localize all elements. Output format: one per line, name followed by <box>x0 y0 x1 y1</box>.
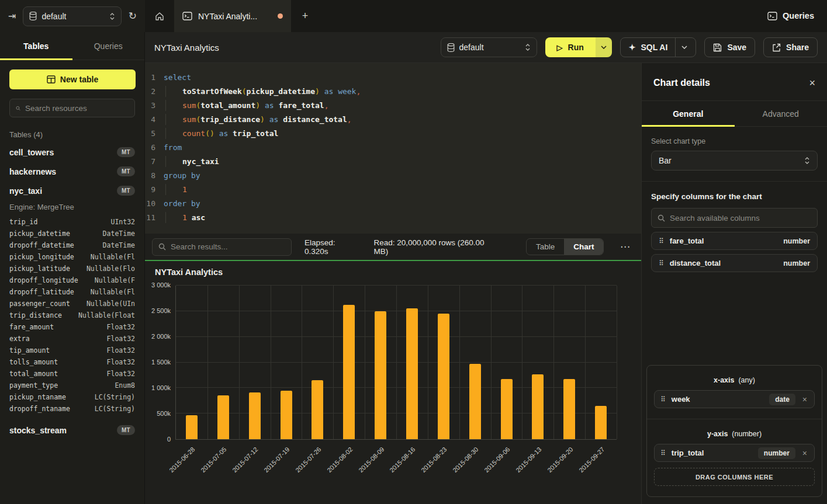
share-icon <box>772 43 781 52</box>
new-table-button[interactable]: New table <box>9 69 136 89</box>
top-bar-left: ⇥ default ↻ <box>0 0 145 32</box>
gridline <box>176 336 617 337</box>
line-number: 8 <box>145 171 164 180</box>
column-row: pickup_longitudeNullable(Fl <box>9 251 135 263</box>
save-button[interactable]: Save <box>704 37 755 57</box>
column-chip-name: distance_total <box>670 259 721 267</box>
code-text: group by <box>164 171 200 180</box>
sql-ai-options-button[interactable] <box>675 38 687 57</box>
table-row-stocks-stream[interactable]: stocks_stream MT <box>0 420 144 440</box>
sql-code-lines: 1select2toStartOfWeek(pickup_datetime) a… <box>145 70 641 224</box>
search-icon <box>158 243 166 251</box>
run-button[interactable]: ▷ Run <box>545 37 596 57</box>
sidebar-tab-queries-label: Queries <box>94 41 123 51</box>
run-button-label: Run <box>568 43 584 52</box>
chart-bar <box>469 364 481 439</box>
x-axis-chip-type: date <box>769 394 795 405</box>
query-actions: default ▷ Run ✦ SQL AI <box>441 37 818 57</box>
close-panel-button[interactable]: × <box>809 78 815 88</box>
chart-section: NYTaxi Analytics 3 000k2 500k2 000k1 500… <box>145 261 641 504</box>
chart-type-label: Select chart type <box>651 137 818 145</box>
column-chip[interactable]: ⠿fare_totalnumber <box>651 232 818 250</box>
sql-ai-label: SQL AI <box>641 43 667 52</box>
query-database-selector[interactable]: default <box>441 37 537 57</box>
code-text: order by <box>164 199 200 208</box>
y-axis-chip-type: number <box>758 447 795 459</box>
columns-search-input[interactable] <box>670 214 811 223</box>
remove-x-axis-column-button[interactable]: × <box>801 395 808 404</box>
sql-ai-button[interactable]: ✦ SQL AI <box>620 37 697 57</box>
drag-handle-icon[interactable]: ⠿ <box>659 238 664 245</box>
code-text: nyc_taxi <box>164 157 219 166</box>
columns-search <box>651 208 818 228</box>
column-row: dropoff_latitudeNullable(Fl <box>9 286 135 298</box>
query-tab[interactable]: NYTaxi Analyti... <box>174 0 291 32</box>
drag-columns-dropzone[interactable]: DRAG COLUMNS HERE <box>654 468 815 486</box>
y-axis-qualifier: (number) <box>732 430 762 438</box>
chart-bar <box>375 311 386 439</box>
query-database-value: default <box>459 43 484 52</box>
results-menu-button[interactable]: ⋯ <box>617 241 634 253</box>
tab-general[interactable]: General <box>642 101 735 126</box>
y-axis-section: y-axis (number) ⠿ trip_total number × DR… <box>647 419 822 496</box>
gridline <box>396 286 397 439</box>
code-text: select <box>164 73 191 82</box>
run-options-button[interactable] <box>596 37 612 57</box>
editor-column: 1select2toStartOfWeek(pickup_datetime) a… <box>145 63 641 504</box>
chart-type-section: Select chart type Bar <box>642 127 827 181</box>
table-name: hackernews <box>9 167 56 176</box>
y-axis-chip[interactable]: ⠿ trip_total number × <box>654 444 815 462</box>
code-text: count() as trip_total <box>164 129 278 138</box>
share-button[interactable]: Share <box>763 37 818 57</box>
column-row: tip_amountFloat32 <box>9 345 135 356</box>
drag-handle-icon[interactable]: ⠿ <box>660 450 666 457</box>
remove-y-axis-column-button[interactable]: × <box>801 449 808 458</box>
drag-handle-icon[interactable]: ⠿ <box>660 396 666 403</box>
queries-button[interactable]: Queries <box>767 12 814 20</box>
table-row-cell-towers[interactable]: cell_towers MT <box>0 142 144 162</box>
collapse-sidebar-button[interactable]: ⇥ <box>8 12 16 21</box>
gridline <box>585 286 586 439</box>
results-search-input[interactable] <box>171 242 285 251</box>
line-number: 3 <box>145 101 164 110</box>
ellipsis-icon: ⋯ <box>620 241 631 252</box>
select-chevrons-icon <box>109 12 115 20</box>
y-axis-tick-label: 1 500k <box>145 359 171 366</box>
nyc-taxi-columns: trip_idUInt32pickup_datetimeDateTimedrop… <box>0 216 144 415</box>
sql-editor[interactable]: 1select2toStartOfWeek(pickup_datetime) a… <box>145 63 641 234</box>
refresh-button[interactable]: ↻ <box>129 11 137 21</box>
code-text: 1 asc <box>164 213 205 222</box>
chart-view-button[interactable]: Chart <box>564 239 603 255</box>
new-tab-button[interactable]: + <box>291 0 319 32</box>
code-text: toStartOfWeek(pickup_datetime) as week, <box>164 87 361 96</box>
chart-type-select[interactable]: Bar <box>651 151 818 171</box>
sidebar: Tables Queries New table Tables (4) cell… <box>0 32 145 504</box>
home-tab[interactable] <box>145 0 174 32</box>
database-selector[interactable]: default <box>23 6 121 26</box>
columns-section-label: Specify columns for the chart <box>651 192 818 201</box>
engine-label: Engine: MergeTree <box>0 200 144 216</box>
sidebar-search-input[interactable] <box>25 104 129 113</box>
main-area: NYTaxi Analytics default ▷ Run <box>145 32 827 504</box>
x-axis-chip[interactable]: ⠿ week date × <box>654 390 815 408</box>
line-number: 10 <box>145 199 164 208</box>
table-view-button[interactable]: Table <box>527 239 564 255</box>
column-row: dropoff_datetimeDateTime <box>9 239 135 251</box>
table-row-nyc-taxi[interactable]: nyc_taxi MT <box>0 181 144 200</box>
axes-config-box: x-axis (any) ⠿ week date × y-axis (numbe… <box>646 365 822 497</box>
sidebar-tab-queries[interactable]: Queries <box>72 32 145 60</box>
sidebar-tab-tables[interactable]: Tables <box>0 32 72 60</box>
drag-handle-icon[interactable]: ⠿ <box>659 260 664 267</box>
column-chip-name: fare_total <box>670 237 704 245</box>
x-axis-label: x-axis <box>714 376 734 384</box>
code-line: 6from <box>145 140 641 154</box>
table-row-hackernews[interactable]: hackernews MT <box>0 162 144 181</box>
tab-advanced[interactable]: Advanced <box>735 101 827 126</box>
code-line: 5count() as trip_total <box>145 126 641 140</box>
results-toolbar: Elapsed: 0.320s Read: 20,000,000 rows (2… <box>145 234 641 260</box>
chart-bar <box>438 314 449 439</box>
chart-title: NYTaxi Analytics <box>155 267 223 277</box>
line-number: 2 <box>145 87 164 96</box>
line-number: 6 <box>145 143 164 152</box>
column-chip[interactable]: ⠿distance_totalnumber <box>651 254 818 272</box>
